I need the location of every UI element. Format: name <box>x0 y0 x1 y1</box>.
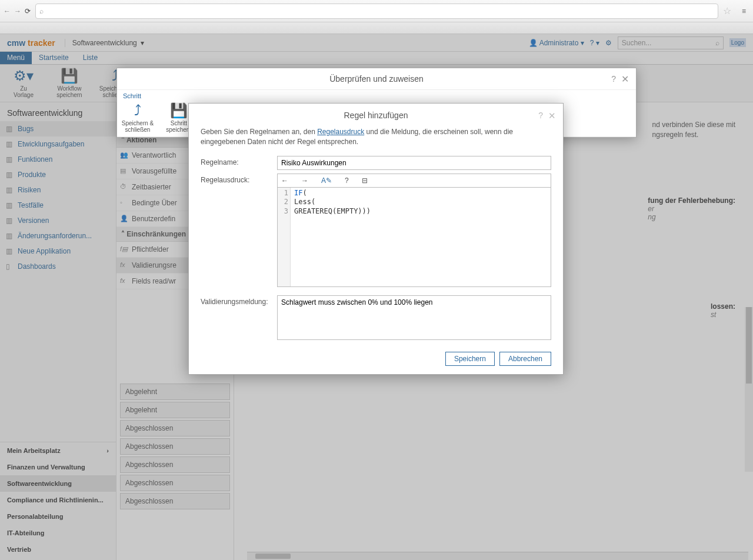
browser-toolbar: ← → ⟳ ⌕ ☆ ≡ <box>0 0 753 22</box>
modal-close-icon[interactable]: ✕ <box>548 111 556 121</box>
save-button[interactable]: Speichern <box>445 352 495 366</box>
cancel-button[interactable]: Abbrechen <box>499 352 551 366</box>
add-rule-modal: Regel hinzufügen ? ✕ Geben Sie den Regel… <box>188 103 564 375</box>
search-icon: ⌕ <box>39 7 44 15</box>
modal-title: Regel hinzufügen <box>344 111 408 120</box>
line-gutter: 123 <box>278 188 291 286</box>
panel-save-close[interactable]: ⤴Speichern & schließen <box>123 103 152 133</box>
redo-icon[interactable]: → <box>301 176 308 185</box>
clear-icon[interactable]: ⊟ <box>362 176 368 185</box>
browser-gap <box>0 22 753 34</box>
reload-icon[interactable]: ⟳ <box>25 7 31 15</box>
expr-help-icon[interactable]: ? <box>345 176 349 185</box>
label-rule-name: Regelname: <box>201 156 277 166</box>
browser-menu-icon[interactable]: ≡ <box>738 7 749 15</box>
rule-expression-link[interactable]: Regelausdruck <box>317 128 364 136</box>
format-icon[interactable]: A✎ <box>321 176 332 185</box>
validation-message-input[interactable] <box>277 295 551 340</box>
url-bar[interactable]: ⌕ <box>35 4 718 19</box>
back-icon[interactable]: ← <box>4 7 11 15</box>
breadcrumb[interactable]: Schritt <box>117 90 636 99</box>
expression-toolbar: ← → A✎ ? ⊟ <box>277 174 551 187</box>
bookmark-icon[interactable]: ☆ <box>723 5 731 16</box>
label-rule-expression: Regelausdruck: <box>201 174 277 184</box>
undo-icon[interactable]: ← <box>281 176 288 185</box>
expression-editor[interactable]: 123 IF( Less( GREATEREQ(EMPTY))) <box>277 187 551 287</box>
label-validation-message: Validierungsmeldung: <box>201 295 277 306</box>
panel-title: Überprüfen und zuweisen <box>329 74 424 84</box>
modal-description: Geben Sie den Regelnamen an, den Regelau… <box>189 127 563 154</box>
rule-name-input[interactable] <box>277 156 551 170</box>
modal-help-icon[interactable]: ? <box>538 111 543 120</box>
forward-icon[interactable]: → <box>14 7 21 15</box>
panel-close-icon[interactable]: ✕ <box>621 74 629 85</box>
panel-help-icon[interactable]: ? <box>611 74 616 84</box>
code-content[interactable]: IF( Less( GREATEREQ(EMPTY))) <box>291 188 374 286</box>
